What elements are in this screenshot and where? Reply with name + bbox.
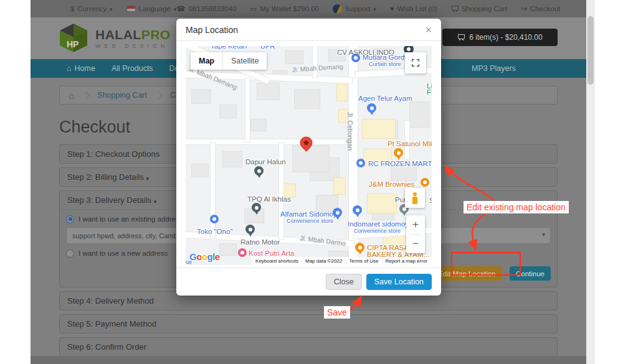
poi-label: Dapur Halun [245,158,286,166]
wishlist-link[interactable]: ♥ Wish List (0) [390,5,437,12]
attribution-link[interactable]: Keyboard shortcuts [255,258,298,264]
poi-sublabel: Convenience store [354,228,401,234]
save-location-button[interactable]: Save Location [366,274,432,290]
poi-label: Indomaret sidomoyo [348,220,412,228]
fullscreen-button[interactable] [405,52,426,73]
map-view-button[interactable]: Map [191,52,222,70]
close-icon[interactable]: × [425,24,432,35]
map-building [295,90,320,108]
new-address-radio[interactable] [66,250,74,258]
google-map[interactable]: Jl. Mbah DemangJl. Mbah DemangJl. Cebong… [186,46,432,265]
breadcrumb-separator [155,91,163,100]
support-dropdown[interactable]: Support ▾ [333,4,376,14]
nav-item-home[interactable]: ⌂ Home [67,64,95,73]
home-icon[interactable]: ⌂ [69,90,74,101]
checkout-link[interactable]: ↪ Checkout [521,4,560,13]
language-dropdown[interactable]: Language ▾ [126,5,177,12]
home-icon: ⌂ [67,64,72,73]
browser-scrollbar[interactable] [586,0,595,364]
annotation-highlight-box [451,252,521,276]
poi-circlepin-icon [252,203,261,212]
google-logo: Google [189,251,220,262]
logo-cube-icon: HP [58,22,89,54]
svg-text:HP: HP [67,39,78,49]
poi-label: Ratno Motor [240,238,280,246]
zoom-in-button[interactable]: + [406,215,425,234]
street-label: Jl. Mbah Darmo [300,234,346,247]
poi-label: RC FROZEN MART [368,160,432,167]
shopping-cart-link[interactable]: Shopping Cart [451,5,508,12]
poi-circle-icon [238,248,247,257]
chevron-down-icon: ▾ [542,231,545,238]
brand-accent: PRO [141,27,171,42]
attribution-link[interactable]: Terms of Use [349,258,378,264]
phone-number[interactable]: ☎ 081358833040 [176,4,236,13]
heart-icon: ♥ [390,5,394,12]
top-bar: $ Currency ▾ Language ▾ ☎ 081358833040 ▭ [31,0,586,17]
step5-panel: Step 5: Payment Method [59,314,558,334]
poi-circlepin-icon [394,148,403,157]
map-building [363,119,395,138]
street-view-pegman[interactable] [405,188,425,208]
chevron-down-icon: ▾ [146,175,149,182]
poi-circle-icon [421,178,429,187]
poi-label: Alfamart Sidomoyo [280,210,341,218]
zoom-out-button[interactable]: − [406,235,425,253]
poi-label: Kost Putri Arta [249,250,295,257]
step3-label: Step 3: Delivery Details [67,195,151,205]
close-button[interactable]: Close [326,274,362,290]
clipped-street-fragment: ue [186,259,192,265]
map-attribution: Keyboard shortcutsMap data ©2022Terms of… [251,257,432,265]
satellite-view-button[interactable]: Satellite [223,52,267,70]
poi-label: Toko "Ono" [197,228,232,235]
card-icon: ▭ [250,4,257,13]
attribution-link[interactable]: Report a map error [385,258,427,264]
nav-item-mp3-players[interactable]: MP3 Players [472,64,516,73]
zoom-control: + − [406,215,425,253]
brand-logo[interactable]: HP HALALPRO WEB DESIGN [58,22,171,54]
map-building [223,152,242,167]
phone-icon: ☎ [176,4,185,13]
street-label: Jl. Mbah Demang [292,62,343,73]
modal-header: Map Location × [176,19,441,41]
map-building [257,83,279,100]
poi-label: BPR [260,46,275,50]
share-arrow-icon: ↪ [521,4,527,13]
poi-label: Tape Ketan [211,46,247,50]
wallet-link[interactable]: ▭ My Wallet $290.00 [250,4,319,13]
breadcrumb-shopping-cart[interactable]: Shopping Cart [97,91,147,100]
poi-sublabel: Convenience store [287,218,333,224]
wallet-label: My Wallet $290.00 [260,5,319,12]
poi-circlepin-icon [355,243,364,252]
poi-circlepin-icon [367,103,376,113]
screenshot-root: $ Currency ▾ Language ▾ ☎ 081358833040 ▭ [0,0,623,364]
topbar-right: ☎ 081358833040 ▭ My Wallet $290.00 Suppo… [176,4,560,14]
annotation-save-label: Save [324,306,350,319]
attribution-link[interactable]: Map data ©2022 [305,258,342,264]
shopping-cart-label: Shopping Cart [462,5,508,12]
topbar-left: $ Currency ▾ Language ▾ [70,5,176,12]
step6-header[interactable]: Step 6: Confirm Order [60,338,557,356]
brand-text: HALALPRO WEB DESIGN [95,27,171,49]
step5-header[interactable]: Step 5: Payment Method [60,315,557,333]
existing-address-radio[interactable] [66,215,74,223]
poi-label: Agen Telur Ayam [358,95,412,102]
header-cart-button[interactable]: 6 item(s) - $20,410.00 [442,29,558,46]
chevron-down-icon: ▾ [110,6,113,12]
map-building [220,244,236,255]
map-location-modal: Map Location × Jl. Mbah DemangJl. Mbah D… [176,19,441,296]
nav-item-all-products[interactable]: All Products [112,64,153,73]
language-label: Language [139,5,171,12]
map-building [410,102,429,127]
map-building [251,119,266,131]
currency-label: Currency [77,5,107,12]
new-address-label: I want to use a new address [78,250,168,257]
chevron-down-icon: ▾ [154,198,157,205]
poi-circle-icon [210,215,219,223]
map-building [334,178,345,194]
currency-dropdown[interactable]: $ Currency ▾ [70,5,113,12]
support-label: Support [345,5,370,12]
scrollbar-thumb[interactable] [587,16,594,85]
map-road [245,78,250,142]
map-building [368,194,396,213]
